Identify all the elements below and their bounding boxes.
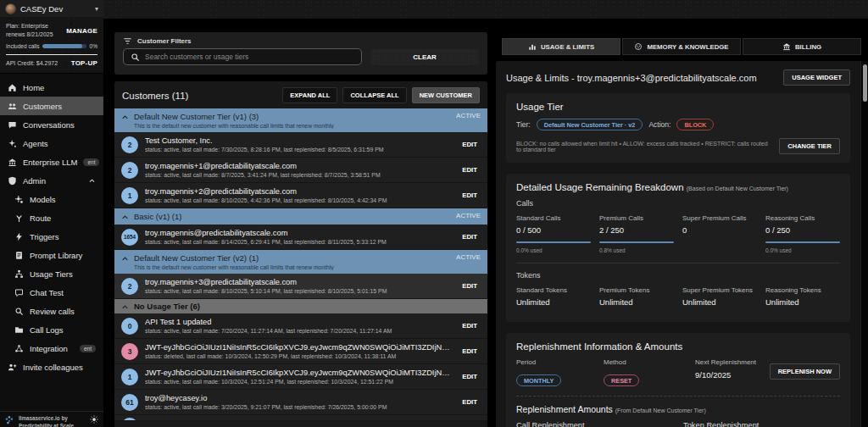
customer-row[interactable]: 3JWT-eyJhbGciOiJIUzI1NiIsInR5cCI6IkpXVCJ… (114, 339, 487, 364)
lightning-icon (14, 232, 24, 241)
sidebar-item-route[interactable]: Route (0, 208, 103, 227)
tier-group-header[interactable]: No Usage Tier (6) (114, 299, 487, 313)
sidebar-item-label: Triggers (30, 232, 59, 241)
tier-status-badge: ACTIVE (456, 212, 481, 219)
tab-usage-limits[interactable]: USAGE & LIMITS (502, 38, 620, 55)
sidebar-item-integration[interactable]: Integrationent (0, 339, 103, 358)
call-count-badge: 3 (121, 343, 138, 360)
sidebar-item-conversations[interactable]: Conversations (0, 115, 103, 134)
new-customer-button[interactable]: NEW CUSTOMER (412, 87, 480, 103)
customers-icon (8, 102, 17, 111)
call-count-badge: 1654 (121, 229, 138, 246)
customer-search-box[interactable] (123, 48, 362, 65)
magnifier-icon (14, 307, 24, 316)
usage-metric: Premium Calls2 / 2500.8% used (599, 214, 674, 253)
sidebar-item-customers[interactable]: Customers (0, 97, 103, 115)
sidebar-item-chat-test[interactable]: Chat Test (0, 283, 103, 302)
sidebar-item-home[interactable]: Home (0, 78, 103, 97)
sidebar-item-prompt-library[interactable]: Prompt Library (0, 246, 103, 264)
token-replenishment-title: Token Replenishment (683, 421, 840, 427)
customer-filters-title: Customer Filters (137, 37, 192, 45)
customer-row[interactable]: 2Test Customer, Inc.status: active, last… (114, 132, 487, 158)
sidebar-item-label: Admin (23, 176, 46, 186)
customer-row[interactable]: 2troy.magennis+1@predictabilityatscale.c… (114, 158, 487, 183)
chevron-up-icon (88, 177, 96, 185)
customer-row[interactable]: 61troy@heycasey.iostatus: active, last c… (114, 390, 487, 415)
agents-icon (8, 139, 17, 148)
customer-row[interactable]: 1JWT-eyJhbGciOiJIUzI1NiIsInR5cCI6IkpXVCJ… (114, 364, 487, 390)
edit-button[interactable]: EDIT (459, 231, 481, 242)
topup-button[interactable]: TOP-UP (71, 59, 97, 67)
sidebar-item-call-logs[interactable]: Call Logs (0, 320, 103, 339)
call-count-badge: 1 (121, 187, 138, 204)
tier-group-header[interactable]: Basic (v1) (1)ACTIVE (114, 208, 487, 225)
tier-value-pill: Default New Customer Tier · v2 (537, 119, 643, 130)
usage-metric: Reasoning Calls0 / 2500.0% used (765, 214, 840, 253)
amounts-subtitle: (From Default New Customer Tier) (615, 408, 706, 413)
customer-row[interactable]: 0API Test 1 updatedstatus: active, last … (114, 313, 487, 339)
tokens-label: Tokens (516, 271, 840, 280)
sidebar-item-enterprise-llm[interactable]: Enterprise LLMent (0, 152, 103, 171)
theme-toggle-sun-icon[interactable] (90, 415, 98, 424)
sidebar-item-triggers[interactable]: Triggers (0, 227, 103, 246)
edit-button[interactable]: EDIT (459, 190, 481, 201)
workspace-switcher[interactable]: CASEy Dev ▾ (0, 0, 103, 17)
chat-square-icon (14, 288, 24, 297)
tier-group-header[interactable]: Default New Customer Tier (v1) (3)This i… (114, 108, 487, 132)
footer-line2: Predictability at Scale (19, 422, 86, 427)
bank-icon (782, 42, 791, 51)
replenish-now-button[interactable]: REPLENISH NOW (770, 363, 840, 380)
tier-group-name: Default New Customer Tier (v1) (3) (134, 112, 444, 121)
customer-groups-list: Default New Customer Tier (v1) (3)This i… (114, 108, 487, 421)
sidebar-item-label: Call Logs (30, 325, 64, 335)
metric-label: Standard Tokens (516, 286, 591, 294)
call-replenishment-group: Call Replenishment Standard:500Premium:2… (516, 421, 673, 427)
edit-button[interactable]: EDIT (459, 139, 481, 150)
scrollbar-thumb[interactable] (863, 64, 867, 102)
customer-row[interactable]: 2troy.magennis+3@predictabilityatscale.c… (114, 274, 487, 299)
usage-tier-title: Usage Tier (516, 102, 840, 112)
collapse-all-button[interactable]: COLLAPSE ALL (342, 87, 406, 103)
sidebar-item-review-calls[interactable]: Review calls (0, 302, 103, 320)
edit-button[interactable]: EDIT (459, 346, 481, 357)
metric-pct: 0.0% used (516, 247, 591, 253)
plan-name: Plan: Enterprise (6, 22, 66, 30)
sidebar-item-label: Integration (30, 344, 68, 353)
scrollbar[interactable] (860, 61, 868, 427)
edit-button[interactable]: EDIT (459, 280, 481, 291)
edit-button[interactable]: EDIT (459, 320, 481, 331)
usage-widget-button[interactable]: USAGE WIDGET (783, 69, 850, 86)
tab-memory-knowledge[interactable]: MEMORY & KNOWLEDGE (622, 38, 741, 55)
usage-progress-bar (516, 241, 591, 243)
breakdown-subtitle: (Based on Default New Customer Tier) (687, 186, 788, 191)
sidebar-item-admin[interactable]: Admin (0, 171, 103, 190)
sidebar-item-invite-colleagues[interactable]: Invite colleagues (0, 358, 103, 376)
footer-line1: llmasaservice.io by (19, 414, 86, 422)
edit-button[interactable]: EDIT (459, 396, 481, 408)
customer-row[interactable] (114, 415, 487, 421)
expand-all-button[interactable]: EXPAND ALL (282, 87, 337, 103)
customer-search-input[interactable] (145, 53, 354, 61)
customer-detail: status: active, last call made: 7/30/202… (145, 147, 452, 152)
customers-panel: Customers (11) EXPAND ALL COLLAPSE ALL N… (114, 81, 487, 427)
customer-row[interactable]: 1654troy.magennis@predictabilityatscale.… (114, 225, 487, 250)
manage-button[interactable]: MANAGE (66, 27, 97, 35)
edit-button[interactable]: EDIT (459, 164, 481, 175)
tier-group-name: Basic (v1) (1) (134, 212, 444, 221)
customer-name: troy.magennis+1@predictabilityatscale.co… (145, 162, 452, 170)
caret-down-icon: ▾ (95, 5, 98, 13)
tab-billing[interactable]: BILLING (743, 38, 861, 55)
customer-row[interactable]: 1troy.magennis+2@predictabilityatscale.c… (114, 183, 487, 208)
ent-badge: ent (83, 158, 99, 166)
tier-group-header[interactable]: Default New Customer Tier (v2) (1)This i… (114, 250, 487, 274)
sidebar-item-models[interactable]: Models (0, 190, 103, 208)
customer-detail: status: deleted, last call made: 10/3/20… (145, 353, 452, 359)
clear-filters-button[interactable]: CLEAR (370, 49, 479, 65)
sidebar-item-agents[interactable]: Agents (0, 134, 103, 152)
edit-button[interactable]: EDIT (459, 371, 481, 382)
change-tier-button[interactable]: CHANGE TIER (779, 138, 840, 154)
sidebar-item-usage-tiers[interactable]: Usage Tiers (0, 264, 103, 283)
sidebar-item-label: Route (30, 214, 51, 223)
usage-limits-panel: Usage & Limits - troy.magennis+3@predict… (496, 61, 868, 427)
customer-filters-panel: Customer Filters CLEAR (114, 32, 487, 75)
